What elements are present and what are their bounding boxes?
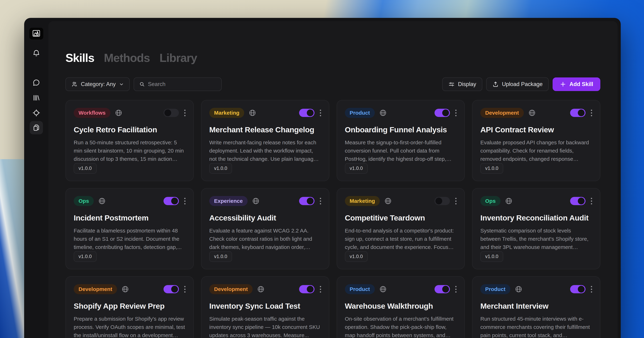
card-header: Development [480, 108, 592, 118]
globe-icon [248, 109, 256, 117]
skill-title: Inventory Reconciliation Audit [480, 214, 592, 222]
kebab-menu-icon[interactable] [320, 110, 321, 116]
skill-description: Facilitate a blameless postmortem within… [74, 226, 186, 251]
sidebar-item-skills-active[interactable] [30, 121, 43, 134]
version-badge: v1.0.0 [74, 251, 96, 262]
chevron-down-icon [119, 82, 124, 87]
kebab-menu-icon[interactable] [184, 110, 186, 116]
search-box[interactable] [134, 78, 222, 91]
skill-description: Measure the signup-to-first-order-fulfil… [345, 138, 457, 163]
app-window: Skills Methods Library Category: Any [24, 18, 621, 338]
skill-description: Simulate peak-season traffic against the… [209, 315, 321, 338]
notifications-bell-icon[interactable] [32, 49, 40, 58]
skill-description: End-to-end analysis of a competitor's pr… [345, 226, 457, 251]
search-input[interactable] [148, 81, 216, 88]
search-icon [139, 81, 145, 87]
enable-toggle[interactable] [299, 285, 314, 293]
kebab-menu-icon[interactable] [320, 286, 321, 292]
kebab-menu-icon[interactable] [591, 110, 592, 116]
category-filter[interactable]: Category: Any [66, 78, 130, 91]
skill-card[interactable]: Ops Incident Postmortem Facilitate a bla… [66, 188, 194, 269]
skill-card[interactable]: Marketing Competitive Teardown End-to-en… [337, 188, 465, 269]
toggle-knob [578, 286, 584, 292]
skills-grid: Workflows Cycle Retro Facilitation Run a… [66, 100, 600, 338]
globe-icon [384, 197, 392, 205]
upload-package-label: Upload Package [502, 81, 543, 88]
skill-card[interactable]: Ops Inventory Reconciliation Audit Syste… [472, 188, 600, 269]
card-header: Experience [209, 196, 321, 206]
enable-toggle[interactable] [570, 109, 586, 117]
add-skill-label: Add Skill [570, 81, 593, 88]
toggle-knob [171, 286, 178, 292]
add-skill-button[interactable]: Add Skill [552, 78, 600, 91]
category-badge: Product [480, 284, 510, 294]
enable-toggle[interactable] [299, 197, 314, 205]
skill-card[interactable]: Product Merchant Interview Run structure… [472, 276, 600, 338]
kebab-menu-icon[interactable] [184, 286, 186, 292]
display-button[interactable]: Display [442, 78, 482, 91]
tab-library[interactable]: Library [160, 51, 197, 64]
toggle-knob [578, 198, 584, 204]
enable-toggle[interactable] [299, 109, 314, 117]
upload-package-button[interactable]: Upload Package [486, 78, 549, 91]
version-badge: v1.0.0 [209, 163, 232, 174]
kebab-menu-icon[interactable] [455, 198, 456, 204]
desktop-wallpaper: { "tabs": [ { "label": "Skills", "active… [0, 0, 644, 338]
enable-toggle[interactable] [434, 197, 450, 205]
toggle-knob [164, 110, 171, 116]
version-badge: v1.0.0 [345, 163, 368, 174]
tab-skills[interactable]: Skills [66, 51, 94, 64]
skill-card[interactable]: Development API Contract Review Evaluate… [472, 100, 600, 181]
enable-toggle[interactable] [434, 109, 450, 117]
toggle-knob [578, 110, 584, 116]
skill-card[interactable]: Experience Accessibility Audit Evaluate … [201, 188, 329, 269]
skill-title: Warehouse Walkthrough [345, 302, 457, 310]
globe-icon [379, 109, 387, 117]
toggle-knob [307, 110, 314, 116]
category-badge: Ops [74, 196, 94, 206]
category-filter-label: Category: Any [81, 81, 116, 88]
enable-toggle[interactable] [164, 109, 179, 117]
skill-card[interactable]: Workflows Cycle Retro Facilitation Run a… [66, 100, 194, 181]
enable-toggle[interactable] [164, 285, 179, 293]
enable-toggle[interactable] [570, 285, 586, 293]
kebab-menu-icon[interactable] [591, 286, 592, 292]
app-logo-icon[interactable] [29, 28, 43, 40]
skill-description: Write merchant-facing release notes for … [209, 138, 321, 163]
skill-card[interactable]: Development Shopify App Review Prep Prep… [66, 276, 194, 338]
toggle-knob [442, 286, 449, 292]
globe-icon [252, 197, 260, 205]
chat-bubble-icon[interactable] [32, 78, 40, 87]
card-header: Development [209, 284, 321, 294]
card-header: Product [345, 284, 457, 294]
kebab-menu-icon[interactable] [320, 198, 321, 204]
toggle-knob [307, 198, 314, 204]
globe-icon [121, 285, 129, 293]
skill-card[interactable]: Marketing Merchant Release Changelog Wri… [201, 100, 329, 181]
kebab-menu-icon[interactable] [455, 286, 456, 292]
kebab-menu-icon[interactable] [591, 198, 592, 204]
toolbar: Category: Any Display [66, 78, 600, 91]
kebab-menu-icon[interactable] [455, 110, 456, 116]
skill-card[interactable]: Product Onboarding Funnel Analysis Measu… [337, 100, 465, 181]
category-badge: Development [480, 108, 524, 118]
target-crosshair-icon[interactable] [32, 109, 40, 117]
enable-toggle[interactable] [164, 197, 179, 205]
enable-toggle[interactable] [434, 285, 450, 293]
skill-card[interactable]: Development Inventory Sync Load Test Sim… [201, 276, 329, 338]
skill-description: Run structured 45-minute interviews with… [480, 315, 592, 338]
tab-methods[interactable]: Methods [104, 51, 150, 64]
skill-title: Accessibility Audit [209, 214, 321, 222]
skill-description: Evaluate a feature against WCAG 2.2 AA. … [209, 226, 321, 251]
skill-title: Competitive Teardown [345, 214, 457, 222]
card-header: Product [480, 284, 592, 294]
toggle-knob [436, 198, 442, 204]
enable-toggle[interactable] [570, 197, 586, 205]
globe-icon [98, 197, 106, 205]
kebab-menu-icon[interactable] [184, 198, 186, 204]
skill-card[interactable]: Product Warehouse Walkthrough On-site ob… [337, 276, 465, 338]
skill-title: API Contract Review [480, 125, 592, 134]
library-books-icon[interactable] [32, 94, 40, 102]
category-badge: Product [345, 284, 375, 294]
display-button-label: Display [458, 81, 476, 88]
